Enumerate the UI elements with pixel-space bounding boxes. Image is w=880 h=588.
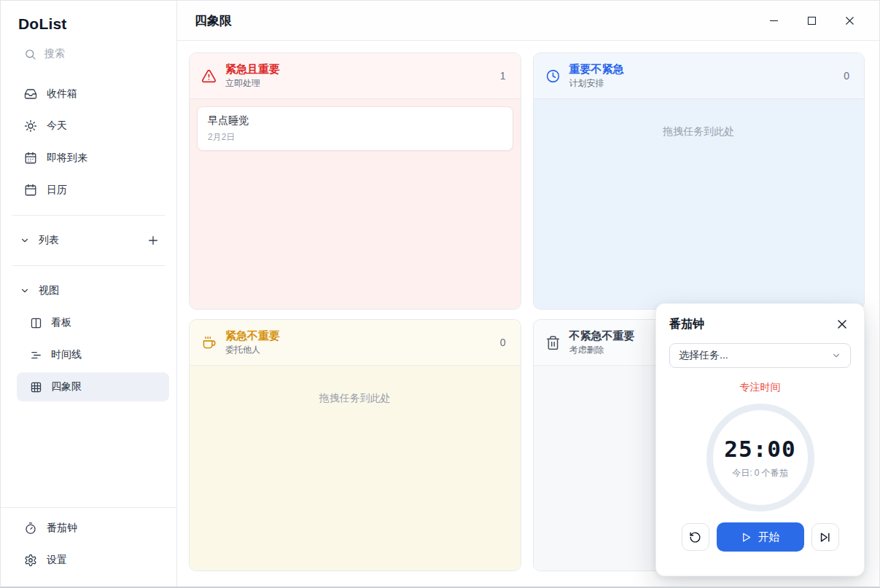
sidebar-item-label: 即将到来 — [47, 152, 87, 165]
board-columns-icon — [30, 317, 42, 329]
lists-section-label: 列表 — [39, 234, 144, 247]
pomodoro-header: 番茄钟 — [669, 315, 851, 333]
app-logo: DoList — [1, 1, 176, 39]
quadrant-titles: 紧急且重要 立即处理 — [225, 62, 491, 90]
views-section-toggle[interactable]: 视图 — [1, 275, 176, 307]
sidebar-spacer — [1, 403, 176, 507]
sidebar-item-today[interactable]: 今天 — [1, 110, 176, 142]
sidebar-item-label: 四象限 — [51, 380, 82, 393]
reset-button[interactable] — [682, 523, 709, 551]
sidebar: DoList 搜索 收件箱 今天 即将到来 日历 — [1, 1, 177, 587]
sidebar-item-label: 今天 — [47, 119, 67, 133]
quadrant-dropzone[interactable]: 拖拽任务到此处 — [534, 99, 865, 309]
window-controls — [760, 9, 868, 32]
task-card[interactable]: 早点睡觉 2月2日 — [197, 106, 513, 151]
quadrant-title: 紧急不重要 — [225, 329, 491, 342]
sidebar-item-calendar[interactable]: 日历 — [1, 174, 176, 206]
main-header: 四象限 — [177, 1, 879, 41]
calendar-icon — [24, 184, 37, 197]
inbox-icon — [24, 87, 37, 101]
sidebar-divider — [12, 215, 165, 216]
chevron-down-icon — [20, 286, 30, 296]
quadrant-count: 1 — [500, 70, 506, 82]
minimize-icon — [769, 16, 779, 26]
sidebar-footer: 番茄钟 设置 — [1, 507, 176, 587]
sidebar-item-label: 番茄钟 — [47, 522, 77, 535]
sidebar-item-label: 设置 — [47, 554, 67, 567]
quadrant-urgent-important: 紧急且重要 立即处理 1 早点睡觉 2月2日 — [189, 52, 521, 310]
timer-ring: 25:00 今日: 0 个番茄 — [706, 404, 814, 511]
plus-icon — [147, 235, 159, 246]
search-icon — [24, 48, 36, 60]
quadrant-dropzone[interactable]: 拖拽任务到此处 — [190, 366, 521, 571]
timer-icon — [24, 522, 37, 535]
minimize-button[interactable] — [760, 9, 787, 32]
trash-icon — [545, 335, 561, 350]
sidebar-item-settings[interactable]: 设置 — [1, 544, 176, 576]
close-icon — [837, 319, 847, 329]
drop-placeholder: 拖拽任务到此处 — [197, 372, 513, 405]
quadrant-important-not-urgent: 重要不紧急 计划安排 0 拖拽任务到此处 — [533, 52, 865, 310]
quadrant-dropzone[interactable]: 早点睡觉 2月2日 — [190, 99, 521, 309]
quadrant-subtitle: 委托他人 — [225, 344, 491, 356]
chevron-down-icon — [20, 235, 30, 246]
maximize-icon — [807, 16, 817, 26]
sidebar-item-upcoming[interactable]: 即将到来 — [1, 142, 176, 174]
clock-icon — [545, 68, 561, 84]
quadrant-title: 紧急且重要 — [225, 62, 491, 76]
sidebar-item-label: 看板 — [51, 316, 71, 329]
pomodoro-title: 番茄钟 — [669, 317, 704, 332]
sidebar-item-quadrant-view[interactable]: 四象限 — [17, 372, 169, 401]
sidebar-item-timeline-view[interactable]: 时间线 — [17, 340, 169, 369]
gear-icon — [24, 554, 37, 567]
quadrant-subtitle: 计划安排 — [569, 77, 836, 90]
quadrant-title: 重要不紧急 — [569, 62, 836, 76]
grid-icon — [30, 381, 42, 393]
close-icon — [845, 16, 854, 26]
sidebar-item-board-view[interactable]: 看板 — [17, 308, 169, 337]
coffee-icon — [201, 335, 217, 350]
pomodoro-close-button[interactable] — [833, 315, 851, 333]
quadrant-header: 紧急且重要 立即处理 1 — [190, 53, 521, 99]
quadrant-titles: 重要不紧急 计划安排 — [569, 62, 836, 90]
close-button[interactable] — [836, 9, 863, 32]
add-list-button[interactable] — [144, 232, 162, 249]
task-title: 早点睡觉 — [208, 114, 502, 128]
sidebar-item-label: 日历 — [47, 184, 67, 197]
skip-forward-icon — [819, 531, 831, 544]
quadrant-count: 0 — [844, 70, 849, 82]
pomodoro-popup: 番茄钟 选择任务... 专注时间 25:00 今日: 0 个番茄 开始 — [655, 303, 865, 576]
quadrant-count: 0 — [500, 337, 506, 348]
timer-display: 25:00 — [724, 436, 795, 462]
task-select-value: 选择任务... — [679, 349, 728, 362]
task-select-dropdown[interactable]: 选择任务... — [669, 343, 851, 368]
alert-triangle-icon — [201, 68, 217, 84]
task-date: 2月2日 — [208, 131, 502, 144]
quadrant-urgent-not-important: 紧急不重要 委托他人 0 拖拽任务到此处 — [189, 319, 521, 571]
chevron-down-icon — [831, 350, 841, 361]
quadrant-subtitle: 立即处理 — [225, 77, 491, 90]
skip-button[interactable] — [811, 523, 839, 551]
pomodoro-controls: 开始 — [669, 522, 851, 552]
app-window: DoList 搜索 收件箱 今天 即将到来 日历 — [0, 0, 880, 588]
sidebar-item-label: 收件箱 — [47, 87, 77, 101]
play-icon — [741, 532, 752, 543]
sidebar-item-inbox[interactable]: 收件箱 — [1, 78, 176, 110]
start-button[interactable]: 开始 — [717, 522, 804, 552]
quadrant-header: 重要不紧急 计划安排 0 — [534, 53, 865, 99]
sidebar-divider — [12, 265, 165, 266]
sidebar-nav: 收件箱 今天 即将到来 日历 — [1, 78, 176, 206]
quadrant-titles: 紧急不重要 委托他人 — [225, 329, 491, 356]
drop-placeholder: 拖拽任务到此处 — [541, 105, 857, 138]
calendar-days-icon — [24, 152, 37, 165]
search-input[interactable]: 搜索 — [1, 39, 176, 68]
sidebar-item-pomodoro[interactable]: 番茄钟 — [1, 512, 176, 544]
start-button-label: 开始 — [758, 530, 780, 544]
focus-mode-label: 专注时间 — [669, 381, 851, 394]
reset-icon — [689, 531, 701, 544]
search-placeholder: 搜索 — [44, 47, 65, 60]
lists-section-toggle[interactable]: 列表 — [1, 224, 176, 256]
views-section-label: 视图 — [39, 284, 162, 297]
sun-icon — [24, 119, 37, 133]
maximize-button[interactable] — [798, 9, 825, 32]
